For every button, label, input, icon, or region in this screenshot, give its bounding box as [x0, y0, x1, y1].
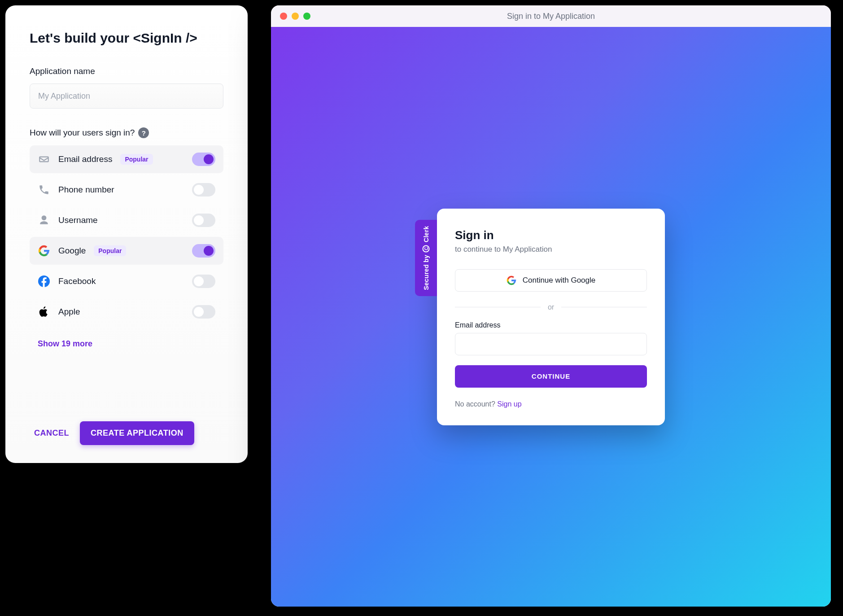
option-google[interactable]: Google Popular — [30, 237, 223, 265]
option-username[interactable]: Username — [30, 206, 223, 234]
option-google-label: Google — [58, 246, 86, 256]
email-input[interactable] — [455, 333, 647, 355]
show-more-link[interactable]: Show 19 more — [38, 339, 223, 349]
signin-methods-label: How will your users sign in? ? — [30, 127, 223, 138]
secured-by-tab[interactable]: Secured by C Clerk — [415, 220, 437, 296]
login-card: Secured by C Clerk Sign in to continue t… — [437, 209, 665, 425]
facebook-icon — [38, 275, 50, 288]
apple-icon — [38, 306, 50, 318]
option-phone[interactable]: Phone number — [30, 176, 223, 204]
minimize-window-icon[interactable] — [292, 13, 299, 20]
divider: or — [455, 303, 647, 311]
builder-title: Let's build your <SignIn /> — [30, 31, 223, 46]
window-title: Sign in to My Application — [271, 12, 831, 21]
option-apple-label: Apple — [58, 307, 80, 317]
app-name-input[interactable] — [30, 83, 223, 109]
option-phone-label: Phone number — [58, 185, 114, 195]
option-facebook-label: Facebook — [58, 276, 96, 286]
option-email-label: Email address — [58, 154, 112, 164]
login-title: Sign in — [455, 228, 647, 242]
brand-text: Clerk — [423, 226, 430, 242]
google-icon — [507, 275, 516, 285]
toggle-username[interactable] — [192, 214, 215, 227]
create-application-button[interactable]: CREATE APPLICATION — [80, 421, 194, 445]
or-text: or — [548, 303, 554, 311]
login-subtitle: to continue to My Application — [455, 245, 647, 254]
preview-body: Secured by C Clerk Sign in to continue t… — [271, 27, 831, 607]
preview-window: Sign in to My Application Secured by C C… — [271, 5, 831, 607]
cancel-button[interactable]: CANCEL — [30, 422, 74, 444]
option-facebook[interactable]: Facebook — [30, 267, 223, 295]
google-btn-label: Continue with Google — [523, 276, 596, 285]
signin-question-text: How will your users sign in? — [30, 128, 135, 138]
toggle-email[interactable] — [192, 153, 215, 166]
toggle-apple[interactable] — [192, 305, 215, 319]
email-icon — [38, 153, 50, 166]
clerk-icon: C — [423, 245, 430, 252]
popular-badge: Popular — [120, 154, 153, 165]
phone-icon — [38, 183, 50, 196]
google-icon — [38, 245, 50, 257]
email-label: Email address — [455, 321, 647, 329]
toggle-google[interactable] — [192, 244, 215, 258]
popular-badge: Popular — [94, 245, 126, 256]
zoom-window-icon[interactable] — [303, 13, 310, 20]
help-icon[interactable]: ? — [138, 127, 149, 138]
builder-panel: Let's build your <SignIn /> Application … — [5, 5, 248, 463]
no-account-text: No account? Sign up — [455, 400, 647, 408]
secured-by-text: Secured by — [423, 255, 430, 290]
toggle-facebook[interactable] — [192, 275, 215, 288]
builder-actions: CANCEL CREATE APPLICATION — [30, 408, 223, 445]
continue-button[interactable]: CONTINUE — [455, 365, 647, 388]
continue-with-google-button[interactable]: Continue with Google — [455, 269, 647, 292]
app-name-label: Application name — [30, 66, 223, 76]
user-icon — [38, 214, 50, 227]
option-email[interactable]: Email address Popular — [30, 145, 223, 173]
window-titlebar: Sign in to My Application — [271, 5, 831, 27]
toggle-phone[interactable] — [192, 183, 215, 197]
signup-link[interactable]: Sign up — [497, 400, 521, 408]
traffic-lights — [280, 13, 310, 20]
option-apple[interactable]: Apple — [30, 298, 223, 326]
close-window-icon[interactable] — [280, 13, 287, 20]
option-username-label: Username — [58, 215, 98, 225]
